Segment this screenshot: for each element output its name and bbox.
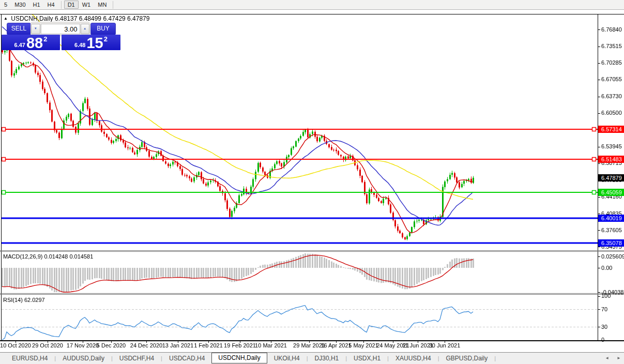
price-tick-label: 6.37605 <box>601 227 622 233</box>
sell-button[interactable]: SELL <box>7 23 31 35</box>
volume-input[interactable] <box>41 24 80 34</box>
tab-eurusd-h4[interactable]: EURUSD,H4 <box>5 353 54 363</box>
timeframe-m30[interactable]: M30 <box>11 1 29 9</box>
price-tick-label: 6.63730 <box>601 93 622 99</box>
volume-increase-button[interactable]: ▲ <box>81 24 90 34</box>
macd-indicator-label: MACD(12,26,9) 0.014248 0.014581 <box>3 253 93 260</box>
price-tick-label: 6.73515 <box>601 43 622 49</box>
date-tick-label: 29 Oct 2020 <box>32 342 63 348</box>
date-tick-label: 10 Oct 2020 <box>0 342 31 348</box>
level-price-label: 6.40019 <box>598 215 624 222</box>
toolbar-separator <box>61 1 62 9</box>
date-tick-label: 16 Apr 2021 <box>321 342 351 348</box>
timeframe-5[interactable]: 5 <box>1 1 11 9</box>
sell-price-big: 88 <box>26 37 43 50</box>
tab-usdcnh-daily[interactable]: USDCNH,Daily <box>211 353 267 363</box>
timeframe-w1[interactable]: W1 <box>79 1 95 9</box>
level-price-label: 6.45059 <box>598 189 624 196</box>
timeframe-h1[interactable]: H1 <box>29 1 44 9</box>
rsi-tick-label: 0 <box>601 337 604 343</box>
volume-decrease-button[interactable]: ▼ <box>31 24 40 34</box>
timeframe-d1[interactable]: D1 <box>64 1 79 9</box>
tab-dj30-h1[interactable]: DJ30,H1 <box>308 353 346 363</box>
buy-price-sup: 2 <box>104 35 108 43</box>
macd-tick-label: 0.025609 <box>601 253 624 260</box>
buy-price-big: 15 <box>86 37 103 50</box>
tab-xauusd-h4[interactable]: XAUUSD,H4 <box>389 353 438 363</box>
date-tick-label: 1 Feb 2021 <box>194 342 223 348</box>
rsi-tick-label: 100 <box>601 293 611 299</box>
tabs-scroll-right-icon[interactable]: ► <box>617 356 621 360</box>
sell-price-panel[interactable]: 6.47 88 2 <box>2 35 60 50</box>
price-tick-label: 6.67055 <box>601 76 622 82</box>
volume-spinbox: ▼ ▲ <box>31 22 90 36</box>
timeframe-mn[interactable]: MN <box>94 1 110 9</box>
spin-down-icon: ▼ <box>34 27 37 30</box>
price-tick-label: 6.60500 <box>601 110 622 116</box>
chart-tab-bar: EURUSD,H4|AUDUSD,Daily|USDCHF,H4|USDCAD,… <box>0 352 624 364</box>
toolbar-separator <box>113 1 113 9</box>
level-price-label: 6.35078 <box>598 239 624 247</box>
price-tick-label: 6.76840 <box>601 26 622 33</box>
date-tick-label: 10 Mar 2021 <box>255 342 287 348</box>
rsi-indicator-label: RSI(14) 62.0297 <box>3 297 45 303</box>
date-tick-label: 24 Dec 2020 <box>130 342 162 348</box>
macd-tick-label: 0.00 <box>601 265 612 271</box>
tab-usdcad-h4[interactable]: USDCAD,H4 <box>162 353 211 363</box>
collapse-triangle-icon[interactable]: ▲ <box>4 16 8 21</box>
tab-ukoil-h4[interactable]: UKOil,H4 <box>267 353 307 363</box>
price-tick-label: 6.53945 <box>601 143 622 149</box>
sell-price-small: 6.47 <box>14 42 25 48</box>
buy-price-panel[interactable]: 6.48 15 2 <box>62 35 120 50</box>
tab-usdx-h1[interactable]: USDX,H1 <box>347 353 387 363</box>
tab-usdchf-h4[interactable]: USDCHF,H4 <box>113 353 161 363</box>
chart-title: ▲ USDCNH,Daily 6.48137 6.48499 6.47429 6… <box>4 15 149 22</box>
tab-scroll-controls: ◄ ► <box>605 352 621 364</box>
tab-audusd-daily[interactable]: AUDUSD,Daily <box>56 353 111 363</box>
tab-separator: | <box>494 355 496 361</box>
current-price-label: 6.47879 <box>598 174 624 181</box>
chart-ohlc-values: 6.48137 6.48499 6.47429 6.47879 <box>55 15 150 22</box>
date-tick-label: 13 Jan 2021 <box>162 342 194 348</box>
buy-button[interactable]: BUY <box>90 23 116 35</box>
date-tick-label: 19 Feb 2021 <box>224 342 256 348</box>
chart-canvas[interactable] <box>0 0 624 352</box>
timeframe-h4[interactable]: H4 <box>44 1 58 9</box>
timeframe-toolbar: 5M30H1H4D1W1MN <box>0 0 624 10</box>
date-tick-label: 30 Jun 2021 <box>429 342 461 348</box>
level-price-label: 6.51483 <box>598 156 624 163</box>
sell-price-sup: 2 <box>43 35 47 43</box>
tabs-scroll-left-icon[interactable]: ◄ <box>605 356 609 360</box>
date-tick-label: 5 Dec 2020 <box>97 342 126 348</box>
date-tick-label: 5 May 2021 <box>348 342 378 348</box>
rsi-tick-label: 30 <box>601 324 607 330</box>
buy-price-small: 6.48 <box>74 42 85 48</box>
date-tick-label: 17 Nov 2020 <box>67 342 99 348</box>
rsi-tick-label: 70 <box>601 306 607 312</box>
chart-symbol-label: USDCNH,Daily <box>11 15 53 22</box>
spin-up-icon: ▲ <box>83 27 86 30</box>
tab-gbpusd-daily[interactable]: GBPUSD,Daily <box>439 353 495 363</box>
price-tick-label: 6.70285 <box>601 59 622 66</box>
level-price-label: 6.57314 <box>598 126 624 133</box>
